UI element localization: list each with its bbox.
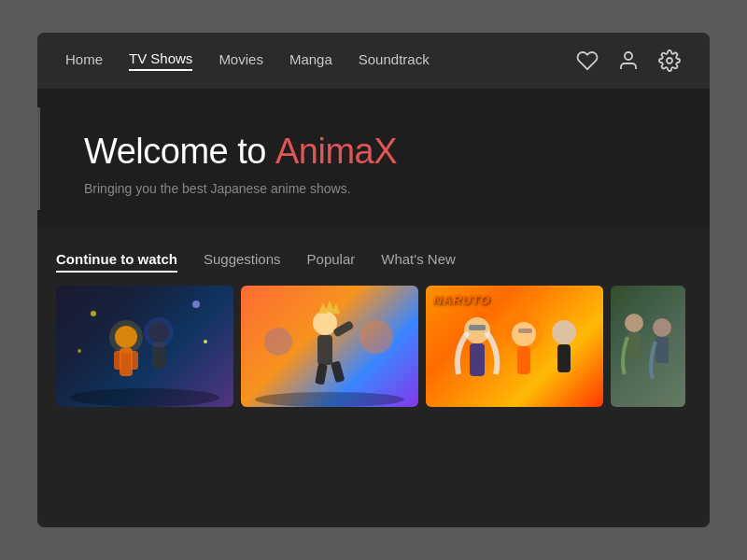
tab-suggestions[interactable]: Suggestions: [204, 247, 281, 271]
svg-point-11: [91, 311, 96, 316]
svg-point-2: [70, 388, 219, 407]
thumbnail-row: NARUTO: [56, 286, 691, 527]
svg-point-16: [313, 311, 337, 335]
svg-rect-23: [331, 360, 345, 383]
svg-point-38: [625, 314, 643, 332]
nav-soundtrack[interactable]: Soundtrack: [359, 51, 430, 70]
svg-rect-20: [317, 335, 332, 365]
svg-point-40: [653, 318, 671, 337]
svg-marker-18: [325, 301, 334, 312]
svg-rect-39: [627, 332, 641, 358]
heart-icon[interactable]: [575, 49, 599, 73]
svg-rect-28: [470, 343, 485, 376]
svg-rect-32: [557, 344, 571, 372]
tab-popular[interactable]: Popular: [307, 247, 356, 271]
svg-rect-22: [315, 363, 328, 385]
thumbnail-boruto[interactable]: [241, 286, 418, 407]
thumbnail-dragon-ball[interactable]: [56, 286, 233, 407]
brand-name: AnimaX: [275, 132, 397, 171]
settings-icon[interactable]: [657, 49, 682, 73]
svg-point-35: [505, 315, 543, 353]
nav-links: Home TV Shows Movies Manga Soundtrack: [65, 50, 575, 71]
svg-rect-6: [131, 351, 138, 370]
svg-point-14: [78, 349, 81, 353]
nav-movies[interactable]: Movies: [218, 51, 263, 70]
tab-whats-new[interactable]: What's New: [381, 247, 456, 271]
svg-point-0: [625, 52, 632, 60]
svg-rect-5: [114, 351, 121, 370]
hero-section: Welcome to AnimaX Bringing you the best …: [37, 89, 710, 229]
svg-point-31: [552, 320, 576, 344]
thumbnail-aot[interactable]: [611, 286, 685, 407]
svg-point-10: [144, 317, 174, 347]
thumbnail-naruto[interactable]: NARUTO: [426, 286, 603, 407]
svg-point-13: [204, 340, 207, 343]
naruto-label: NARUTO: [433, 293, 490, 307]
svg-rect-33: [469, 325, 486, 330]
app-container: Home TV Shows Movies Manga Soundtrack We: [37, 33, 710, 527]
svg-point-12: [192, 301, 200, 308]
tab-continue-to-watch[interactable]: Continue to watch: [56, 247, 177, 271]
svg-point-15: [255, 392, 404, 407]
nav-home[interactable]: Home: [65, 51, 103, 70]
hero-subtitle: Bringing you the best Japanese anime sho…: [84, 181, 663, 196]
content-tabs: Continue to watch Suggestions Popular Wh…: [56, 247, 691, 271]
svg-rect-41: [655, 337, 669, 363]
nav-icons: [575, 49, 682, 73]
svg-point-9: [109, 320, 143, 354]
svg-rect-36: [611, 286, 685, 407]
nav-tv-shows[interactable]: TV Shows: [129, 50, 192, 71]
content-area: Continue to watch Suggestions Popular Wh…: [37, 229, 710, 527]
user-icon[interactable]: [616, 49, 641, 73]
navbar: Home TV Shows Movies Manga Soundtrack: [37, 33, 710, 89]
nav-manga[interactable]: Manga: [289, 51, 332, 70]
svg-point-24: [359, 320, 393, 354]
svg-marker-17: [318, 302, 328, 314]
svg-point-25: [264, 328, 292, 356]
hero-title: Welcome to AnimaX: [84, 132, 663, 172]
svg-point-1: [667, 58, 672, 63]
